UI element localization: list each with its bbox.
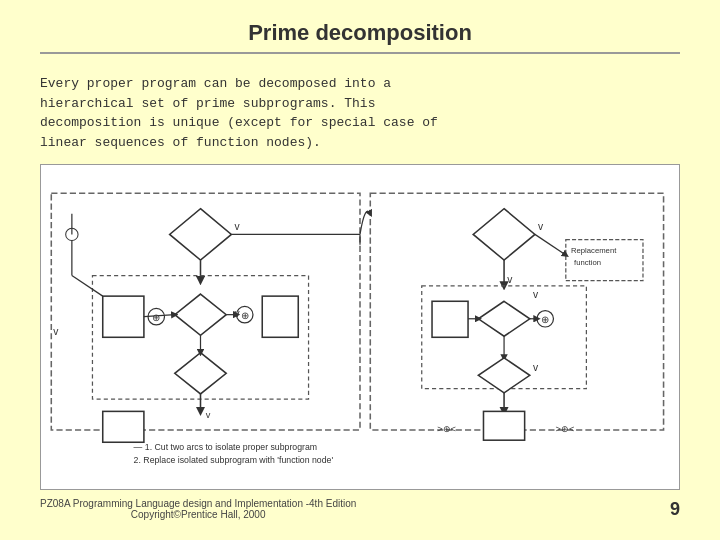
footer-citation: PZ08A Programming Language design and Im… — [40, 498, 356, 520]
title-section: Prime decomposition — [40, 20, 680, 64]
title-divider — [40, 52, 680, 54]
citation-line1: PZ08A Programming Language design and Im… — [40, 498, 356, 509]
svg-text:v: v — [538, 221, 544, 232]
intro-line1: Every proper program can be decomposed i… — [40, 76, 391, 91]
svg-text:⊕: ⊕ — [541, 314, 549, 325]
svg-rect-50 — [483, 411, 524, 440]
svg-text:v: v — [53, 326, 59, 337]
svg-text:v: v — [234, 308, 240, 319]
page: Prime decomposition Every proper program… — [0, 0, 720, 540]
svg-text:v: v — [533, 289, 539, 300]
svg-text:v: v — [533, 362, 539, 373]
intro-line4: linear sequences of function nodes). — [40, 135, 321, 150]
svg-rect-11 — [262, 296, 298, 337]
svg-text:>⊕<: >⊕< — [437, 424, 456, 434]
footer: PZ08A Programming Language design and Im… — [40, 498, 680, 520]
intro-text: Every proper program can be decomposed i… — [40, 74, 680, 152]
svg-text:>⊕<: >⊕< — [556, 424, 575, 434]
diagram-svg: ⊕ ⊕ v v v v >⊕< — [41, 165, 679, 489]
page-title: Prime decomposition — [40, 20, 680, 46]
svg-text:2. Replace isolated subprogram: 2. Replace isolated subprogram with 'fun… — [134, 455, 334, 465]
svg-text:⊕: ⊕ — [241, 310, 249, 321]
svg-text:v: v — [206, 410, 211, 420]
svg-text:⊕: ⊕ — [152, 312, 160, 323]
intro-line2: hierarchical set of prime subprograms. T… — [40, 96, 375, 111]
page-number: 9 — [670, 499, 680, 520]
svg-text:Replacement: Replacement — [571, 246, 617, 255]
svg-rect-39 — [432, 301, 468, 337]
svg-text:v: v — [507, 274, 513, 285]
diagram-container: ⊕ ⊕ v v v v >⊕< — [40, 164, 680, 490]
svg-text:function: function — [574, 258, 601, 267]
svg-rect-5 — [103, 296, 144, 337]
svg-text:v: v — [234, 221, 240, 232]
svg-text:— 1. Cut two arcs to isolate p: — 1. Cut two arcs to isolate proper subp… — [134, 442, 318, 452]
citation-line2: Copyright©Prentice Hall, 2000 — [131, 509, 266, 520]
svg-rect-14 — [103, 411, 144, 442]
intro-line3: decomposition is unique (except for spec… — [40, 115, 438, 130]
